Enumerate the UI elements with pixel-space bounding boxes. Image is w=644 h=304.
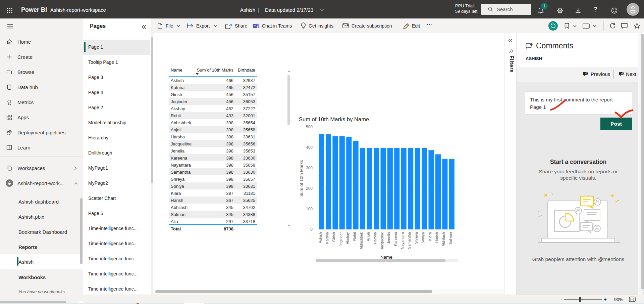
- svg-text:T: T: [254, 25, 256, 28]
- svg-text:Nayantara: Nayantara: [400, 232, 405, 249]
- svg-text:Abhilash: Abhilash: [441, 232, 445, 246]
- svg-text:Samantha: Samantha: [407, 232, 411, 249]
- svg-text:400: 400: [306, 145, 313, 150]
- svg-text:Salman: Salman: [448, 232, 452, 245]
- svg-text:Kiara: Kiara: [428, 232, 432, 241]
- svg-text:Akshay: Akshay: [345, 232, 350, 245]
- svg-text:Katrina: Katrina: [325, 232, 329, 244]
- svg-text:Shreya: Shreya: [414, 232, 418, 244]
- svg-text:Ashish: Ashish: [318, 232, 322, 243]
- svg-text:500: 500: [306, 125, 313, 129]
- svg-text:200: 200: [306, 186, 313, 191]
- svg-text:Name: Name: [380, 255, 392, 260]
- svg-text:Jenelia: Jenelia: [387, 232, 391, 244]
- svg-text:Harsha: Harsha: [373, 232, 377, 244]
- svg-text:100: 100: [306, 207, 313, 211]
- svg-text:Jacqueline: Jacqueline: [380, 232, 384, 250]
- svg-text:300: 300: [306, 166, 313, 170]
- svg-text:Girish: Girish: [332, 232, 336, 242]
- svg-text:Kareena: Kareena: [393, 232, 397, 246]
- svg-text:0: 0: [310, 227, 313, 232]
- svg-text:Sum of 10th Marks by Name: Sum of 10th Marks by Name: [299, 116, 369, 122]
- svg-text:Rohit: Rohit: [353, 232, 357, 241]
- svg-text:Joginder: Joginder: [339, 232, 343, 247]
- svg-text:Sum of 10th Marks: Sum of 10th Marks: [299, 160, 304, 197]
- svg-text:Harish: Harish: [435, 232, 439, 243]
- svg-text:Anjali: Anjali: [366, 232, 370, 241]
- svg-text:Soniya: Soniya: [421, 232, 425, 244]
- svg-text:Abhishhek: Abhishhek: [359, 232, 363, 250]
